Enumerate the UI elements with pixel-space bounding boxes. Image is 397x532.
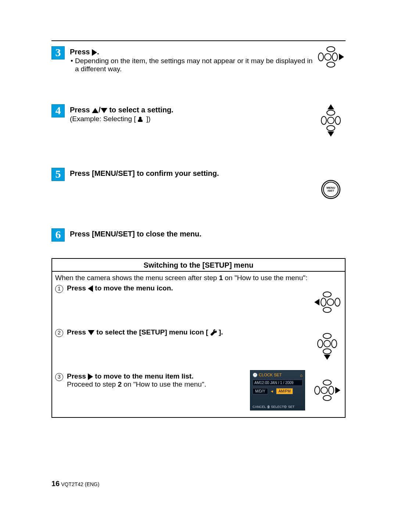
page-footer: 16 VQT2T42 (ENG) (51, 479, 99, 488)
step4-title: Press / to select a setting. (70, 106, 316, 114)
camera-screenshot: 🕐 CLOCK SET ⌂ AM12:00 JAN / 1 / 2009 M/D… (250, 370, 305, 410)
circled-number: 2 (55, 329, 63, 337)
step-number-badge: 4 (51, 104, 65, 117)
step-number-badge: 3 (51, 46, 65, 59)
step-number-badge: 6 (51, 228, 65, 242)
shot-title: CLOCK SET (259, 373, 282, 377)
step3-title: Press . (70, 48, 316, 56)
manual-page: 3 Press . • Depending on the item, the s… (0, 0, 397, 532)
left-triangle-icon (88, 285, 93, 292)
sub-step-2-block: 2 Press to select the [SETUP] menu icon … (55, 326, 342, 370)
step5-title: Press [MENU/SET] to confirm your setting… (70, 169, 224, 178)
box-intro-b: on "How to use the menu": (223, 274, 307, 282)
step4-example: (Example: Selecting [ ]) (70, 115, 316, 123)
step3-controller-icon (316, 46, 346, 68)
sub3-prefix: Press (67, 372, 88, 380)
sub1-controller-icon (312, 282, 342, 322)
pad-oval-icon (335, 116, 341, 125)
top-rule (51, 40, 346, 41)
menuset-bot: /SET (328, 189, 334, 192)
right-triangle-icon (92, 49, 97, 56)
pad-oval-icon (331, 339, 337, 348)
sub-step-1-block: 1 Press to move the menu icon. (55, 282, 342, 326)
shot-fmt2: AM/PM (276, 388, 293, 394)
pad-oval-icon (326, 62, 335, 68)
sub3-body-step: 2 (118, 380, 122, 388)
page-number: 16 (51, 479, 60, 488)
sub1-prefix: Press (67, 284, 88, 292)
step-6: 6 Press [MENU/SET] to close the menu. (51, 228, 346, 242)
left-caret-icon: ◄ (270, 389, 274, 393)
sub1-text: Press to move the menu icon. (67, 284, 173, 292)
sub2-mid: to select the [SETUP] menu icon [ (94, 328, 210, 336)
right-triangle-icon (335, 387, 340, 394)
pad-oval-icon (317, 339, 323, 348)
up-triangle-icon (328, 104, 334, 109)
home-icon: ⌂ (300, 373, 303, 377)
step-number-badge: 5 (51, 168, 65, 181)
pad-oval-icon (321, 387, 328, 394)
sub3-body-a: Proceed to step (67, 380, 118, 388)
pad-oval-icon (326, 46, 335, 52)
setup-menu-box: Switching to the [SETUP] menu When the c… (51, 258, 346, 418)
pad-oval-icon (323, 340, 331, 347)
pad-oval-icon (314, 386, 320, 395)
pad-oval-icon (321, 116, 327, 125)
pad-oval-icon (328, 386, 334, 395)
menu-set-button-icon: MENU /SET (323, 182, 339, 197)
down-triangle-icon (101, 108, 107, 113)
shot-header: 🕐 CLOCK SET ⌂ (253, 373, 303, 377)
doc-code: VQT2T42 (ENG) (61, 481, 99, 487)
circled-number: 3 (55, 373, 63, 381)
box-intro-a: When the camera shows the menu screen af… (55, 274, 219, 282)
box-intro-step: 1 (219, 274, 223, 282)
pad-oval-icon (327, 117, 335, 124)
right-triangle-icon (88, 373, 93, 380)
sub3-controller-icon (312, 380, 342, 401)
sub2-prefix: Press (67, 328, 88, 336)
step4-example-suffix: ]) (144, 115, 151, 123)
wrench-icon (210, 329, 217, 336)
step3-bullet: • Depending on the item, the settings ma… (70, 57, 316, 73)
pad-oval-icon (332, 53, 338, 61)
step-5: 5 Press [MENU/SET] to confirm your setti… (51, 168, 346, 197)
sub2-controller-icon (312, 326, 342, 366)
up-triangle-icon (92, 108, 99, 113)
step-4: 4 Press / to select a setting. (Example:… (51, 104, 346, 137)
sub3-suffix: to move to the menu item list. (93, 372, 193, 380)
down-triangle-icon (328, 131, 334, 137)
shot-time-row: AM12:00 JAN / 1 / 2009 (253, 380, 303, 386)
sub1-suffix: to move the menu icon. (93, 284, 173, 292)
down-triangle-icon (88, 330, 94, 335)
sub3-text: Press to move to the menu item list. Pro… (67, 372, 250, 388)
circled-number: 1 (55, 285, 63, 293)
step-3: 3 Press . • Depending on the item, the s… (51, 46, 346, 73)
pad-oval-icon (327, 298, 334, 306)
shot-format-row: M/D/Y ◄ AM/PM (253, 388, 303, 394)
box-title: Switching to the [SETUP] menu (52, 259, 345, 272)
step-body: Press [MENU/SET] to confirm your setting… (70, 168, 316, 178)
sub-step-1: 1 Press to move the menu icon. (55, 284, 173, 293)
step4-title-prefix: Press (70, 106, 92, 114)
box-intro: When the camera shows the menu screen af… (55, 274, 342, 282)
right-triangle-icon (339, 54, 344, 60)
pad-oval-icon (323, 395, 332, 401)
down-triangle-icon (324, 355, 330, 360)
sub-step-3: 3 Press to move to the menu item list. P… (55, 372, 250, 388)
box-body: When the camera shows the menu screen af… (52, 272, 345, 417)
sub-step-3-block: 3 Press to move to the menu item list. P… (55, 370, 342, 410)
pad-oval-icon (323, 333, 332, 339)
pad-oval-icon (323, 307, 332, 313)
step4-example-prefix: (Example: Selecting [ (70, 115, 138, 123)
step-body: Press / to select a setting. (Example: S… (70, 104, 316, 123)
face-detection-icon (138, 117, 144, 122)
step6-title: Press [MENU/SET] to close the menu. (70, 230, 346, 238)
pad-oval-icon (323, 380, 332, 386)
step3-title-prefix: Press (70, 48, 92, 56)
step3-title-suffix: . (97, 48, 99, 56)
pad-oval-icon (324, 53, 332, 61)
pad-oval-icon (323, 348, 332, 354)
shot-fmt1: M/D/Y (253, 388, 268, 394)
pad-oval-icon (323, 292, 332, 297)
shot-footer: CANCEL 🗑 SELECT⯐ SET (253, 405, 303, 409)
